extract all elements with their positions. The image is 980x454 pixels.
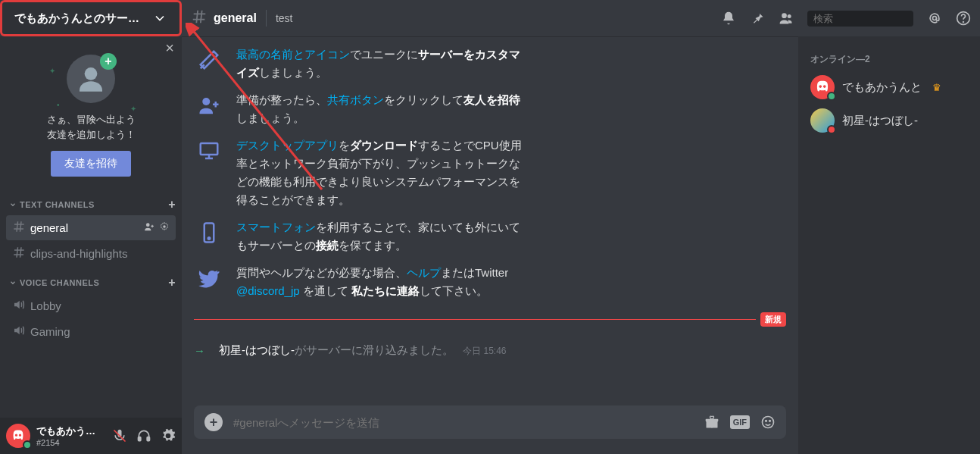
attach-button[interactable]: +: [204, 413, 223, 431]
link[interactable]: デスクトップアプリ: [236, 139, 339, 152]
join-message: → 初星-はつぼし-がサーバーに滑り込みました。 今日 15:46: [194, 339, 786, 362]
add-channel-button[interactable]: +: [168, 276, 176, 290]
welcome-item: 最高の名前とアイコンでユニークにサーバーをカスタマイズしましょう。: [194, 45, 786, 82]
text-channels-category[interactable]: TEXT CHANNELS +: [0, 189, 182, 214]
link[interactable]: 共有ボタン: [327, 93, 384, 106]
svg-point-15: [208, 237, 211, 240]
gear-icon[interactable]: [159, 221, 170, 234]
settings-icon[interactable]: [161, 428, 176, 443]
hash-icon: [12, 246, 26, 261]
channel-name: Gaming: [30, 325, 70, 338]
svg-point-1: [782, 13, 787, 18]
voice-channel-gaming[interactable]: Gaming: [6, 319, 176, 344]
current-user-name: でもあかう…: [36, 424, 106, 438]
message-composer: + GIF: [194, 405, 786, 439]
link[interactable]: スマートフォン: [236, 221, 316, 233]
svg-point-8: [146, 223, 150, 227]
hash-icon: [12, 220, 26, 236]
link[interactable]: ヘルプ: [407, 266, 441, 279]
join-text: がサーバーに滑り込みました。: [295, 343, 454, 356]
invite-panel: × ✦ • ✦ + さぁ、冒険へ出よう 友達を追加しよう！ 友達を招待: [0, 36, 182, 189]
pin-icon[interactable]: [750, 11, 765, 26]
welcome-item: 質問やヘルプなどが必要な場合、ヘルプまたはTwitter @discord_jp…: [194, 264, 786, 300]
messages-scroll[interactable]: 最高の名前とアイコンでユニークにサーバーをカスタマイズしましょう。準備が整ったら…: [182, 36, 798, 396]
svg-point-18: [763, 417, 774, 428]
category-label: VOICE CHANNELS: [20, 278, 99, 287]
member-item[interactable]: でもあかうんと♛: [804, 70, 974, 104]
search-box[interactable]: [807, 11, 913, 27]
svg-point-9: [163, 225, 166, 228]
svg-rect-10: [139, 437, 141, 441]
channel-header: general test: [182, 0, 980, 36]
invite-text-2: 友達を追加しよう！: [12, 127, 170, 142]
bold-text: ダウンロード: [350, 139, 418, 152]
pen-icon: [194, 45, 224, 82]
channel-title: general: [214, 11, 257, 25]
bell-icon[interactable]: [721, 11, 736, 26]
member-item[interactable]: 初星-はつぼし-: [804, 104, 974, 137]
server-header[interactable]: でもあかうんとのサー…: [0, 0, 182, 36]
search-input[interactable]: [813, 13, 941, 24]
current-user-avatar[interactable]: [6, 424, 30, 448]
server-name: でもあかうんとのサー…: [14, 11, 152, 26]
new-pill: 新規: [760, 312, 786, 327]
members-icon[interactable]: [779, 11, 794, 26]
divider: [266, 10, 267, 27]
member-name: 初星-はつぼし-: [842, 114, 918, 128]
text-channel-general[interactable]: general: [6, 215, 176, 240]
add-channel-button[interactable]: +: [168, 198, 176, 211]
mute-icon[interactable]: [112, 428, 127, 443]
invite-text-1: さぁ、冒険へ出よう: [12, 112, 170, 127]
join-arrow-icon: →: [194, 344, 205, 357]
svg-point-6: [963, 22, 964, 23]
message-input[interactable]: [233, 416, 694, 429]
member-name: でもあかうんと: [842, 80, 922, 95]
welcome-text: 最高の名前とアイコンでユニークにサーバーをカスタマイズしましょう。: [236, 45, 524, 82]
join-user-name[interactable]: 初星-はつぼし-: [219, 343, 295, 356]
status-online-icon: [23, 440, 32, 449]
channel-name: general: [30, 221, 68, 234]
addfriend-icon: [194, 91, 224, 127]
sidebar: × ✦ • ✦ + さぁ、冒険へ出よう 友達を追加しよう！ 友達を招待 TEXT…: [0, 36, 182, 454]
emoji-icon[interactable]: [760, 415, 776, 430]
bold-text: 友人を招待: [463, 93, 520, 106]
deafen-icon[interactable]: [136, 428, 151, 443]
close-icon[interactable]: ×: [165, 39, 174, 57]
svg-point-20: [769, 421, 771, 422]
mentions-icon[interactable]: [927, 11, 942, 26]
svg-point-7: [85, 67, 98, 80]
gift-icon[interactable]: [704, 415, 719, 430]
members-panel: オンライン—2 でもあかうんと♛初星-はつぼし-: [798, 36, 980, 454]
help-icon[interactable]: [956, 11, 971, 26]
speaker-icon: [12, 298, 26, 314]
svg-rect-11: [147, 437, 149, 441]
voice-channels-category[interactable]: VOICE CHANNELS +: [0, 267, 182, 293]
link[interactable]: 最高の名前とアイコン: [236, 48, 350, 61]
invite-friends-button[interactable]: 友達を招待: [51, 151, 131, 177]
svg-point-19: [766, 421, 767, 422]
bold-text: 接続: [316, 239, 339, 252]
chevron-down-icon: [152, 11, 167, 26]
gif-button[interactable]: GIF: [730, 415, 750, 429]
sparkle-icon: •: [57, 101, 60, 109]
welcome-item: 準備が整ったら、共有ボタンをクリックして友人を招待しましょう。: [194, 91, 786, 127]
avatar: [810, 108, 835, 133]
welcome-item: デスクトップアプリをダウンロードすることでCPU使用率とネットワーク負荷が下がり…: [194, 136, 786, 209]
link[interactable]: @discord_jp: [236, 284, 300, 297]
channel-name: clips-and-highlights: [30, 247, 127, 260]
sparkle-icon: ✦: [49, 67, 55, 75]
welcome-item: スマートフォンを利用することで、家にいても外にいてもサーバーとの接続を保てます。: [194, 218, 786, 255]
welcome-text: スマートフォンを利用することで、家にいても外にいてもサーバーとの接続を保てます。: [236, 218, 524, 255]
sparkle-icon: ✦: [130, 105, 136, 113]
svg-point-2: [788, 14, 791, 18]
chat-area: 最高の名前とアイコンでユニークにサーバーをカスタマイズしましょう。準備が整ったら…: [182, 36, 798, 454]
welcome-text: 質問やヘルプなどが必要な場合、ヘルプまたはTwitter @discord_jp…: [236, 264, 524, 300]
chevron-down-icon: [9, 279, 17, 286]
status-icon: [827, 125, 836, 134]
phone-icon: [194, 218, 224, 255]
hash-icon: [191, 8, 208, 28]
invite-icon[interactable]: [144, 221, 154, 234]
text-channel-clips-and-highlights[interactable]: clips-and-highlights: [6, 241, 176, 266]
voice-channel-lobby[interactable]: Lobby: [6, 293, 176, 318]
channel-name: Lobby: [30, 299, 61, 312]
